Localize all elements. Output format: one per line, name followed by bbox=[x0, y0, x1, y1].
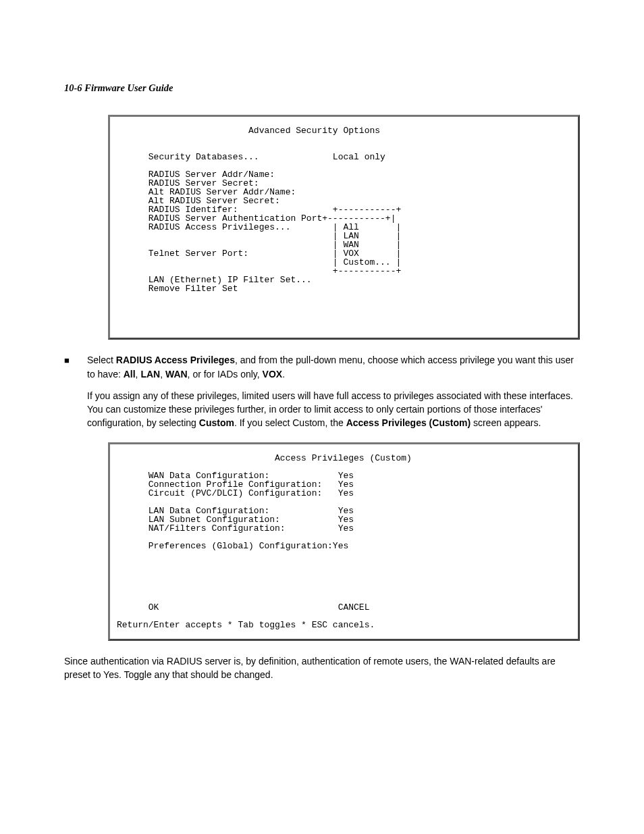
access-privileges-custom-label: Access Privileges (Custom) bbox=[346, 417, 471, 428]
option-wan: WAN bbox=[165, 369, 188, 380]
text-fragment: Select bbox=[87, 355, 116, 365]
option-vox: VOX bbox=[263, 369, 283, 380]
page-header: 10-6 Firmware User Guide bbox=[64, 81, 580, 95]
text-fragment: . bbox=[282, 369, 285, 380]
bullet-mark-icon: ■ bbox=[64, 353, 87, 367]
radius-access-privileges-label: RADIUS Access Privileges bbox=[116, 355, 235, 365]
paragraph-radius-note: Since authentication via RADIUS server i… bbox=[64, 654, 580, 682]
bullet-item: ■ Select RADIUS Access Privileges, and f… bbox=[64, 353, 580, 381]
terminal-access-privileges-custom: Access Privileges (Custom) WAN Data Conf… bbox=[108, 442, 580, 641]
text-fragment: , bbox=[160, 369, 165, 380]
option-all: All bbox=[124, 369, 136, 380]
text-fragment: , or for IADs only, bbox=[188, 369, 263, 380]
paragraph-customize: If you assign any of these privileges, l… bbox=[87, 389, 580, 430]
option-lan: LAN bbox=[140, 369, 160, 380]
option-custom: Custom bbox=[199, 417, 234, 428]
bullet-text: Select RADIUS Access Privileges, and fro… bbox=[87, 353, 580, 381]
text-fragment: screen appears. bbox=[471, 417, 541, 428]
terminal-advanced-security-options: Advanced Security Options Security Datab… bbox=[108, 115, 580, 340]
text-fragment: . If you select Custom, the bbox=[234, 417, 346, 428]
